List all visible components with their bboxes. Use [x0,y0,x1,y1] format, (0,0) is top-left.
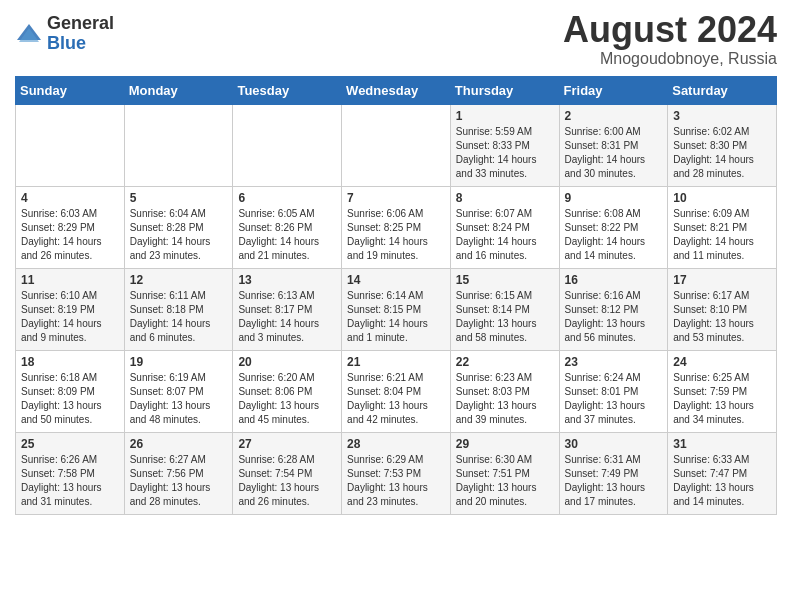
day-info: Sunrise: 6:26 AM Sunset: 7:58 PM Dayligh… [21,453,119,509]
day-info: Sunrise: 6:30 AM Sunset: 7:51 PM Dayligh… [456,453,554,509]
calendar-cell: 5Sunrise: 6:04 AM Sunset: 8:28 PM Daylig… [124,186,233,268]
day-number: 16 [565,273,663,287]
calendar-cell: 6Sunrise: 6:05 AM Sunset: 8:26 PM Daylig… [233,186,342,268]
day-number: 6 [238,191,336,205]
calendar-cell [124,104,233,186]
header-row: SundayMondayTuesdayWednesdayThursdayFrid… [16,76,777,104]
logo-general: General [47,14,114,34]
day-number: 8 [456,191,554,205]
day-number: 3 [673,109,771,123]
calendar-cell: 27Sunrise: 6:28 AM Sunset: 7:54 PM Dayli… [233,432,342,514]
week-row-2: 11Sunrise: 6:10 AM Sunset: 8:19 PM Dayli… [16,268,777,350]
day-number: 17 [673,273,771,287]
month-year-title: August 2024 [563,10,777,50]
header-day-wednesday: Wednesday [342,76,451,104]
day-number: 20 [238,355,336,369]
day-number: 31 [673,437,771,451]
day-number: 7 [347,191,445,205]
location-title: Mnogoudobnoye, Russia [563,50,777,68]
day-number: 12 [130,273,228,287]
header-day-tuesday: Tuesday [233,76,342,104]
day-info: Sunrise: 6:14 AM Sunset: 8:15 PM Dayligh… [347,289,445,345]
day-info: Sunrise: 6:20 AM Sunset: 8:06 PM Dayligh… [238,371,336,427]
day-info: Sunrise: 6:09 AM Sunset: 8:21 PM Dayligh… [673,207,771,263]
day-number: 10 [673,191,771,205]
day-info: Sunrise: 6:33 AM Sunset: 7:47 PM Dayligh… [673,453,771,509]
day-info: Sunrise: 5:59 AM Sunset: 8:33 PM Dayligh… [456,125,554,181]
day-info: Sunrise: 6:16 AM Sunset: 8:12 PM Dayligh… [565,289,663,345]
header-day-friday: Friday [559,76,668,104]
calendar-cell [16,104,125,186]
calendar-header: SundayMondayTuesdayWednesdayThursdayFrid… [16,76,777,104]
day-number: 30 [565,437,663,451]
calendar-cell: 29Sunrise: 6:30 AM Sunset: 7:51 PM Dayli… [450,432,559,514]
logo-text: General Blue [47,14,114,54]
day-number: 23 [565,355,663,369]
day-info: Sunrise: 6:00 AM Sunset: 8:31 PM Dayligh… [565,125,663,181]
day-number: 1 [456,109,554,123]
week-row-1: 4Sunrise: 6:03 AM Sunset: 8:29 PM Daylig… [16,186,777,268]
calendar-cell: 20Sunrise: 6:20 AM Sunset: 8:06 PM Dayli… [233,350,342,432]
title-block: August 2024 Mnogoudobnoye, Russia [563,10,777,68]
calendar-cell: 2Sunrise: 6:00 AM Sunset: 8:31 PM Daylig… [559,104,668,186]
calendar-cell: 17Sunrise: 6:17 AM Sunset: 8:10 PM Dayli… [668,268,777,350]
calendar-cell: 12Sunrise: 6:11 AM Sunset: 8:18 PM Dayli… [124,268,233,350]
calendar-cell: 3Sunrise: 6:02 AM Sunset: 8:30 PM Daylig… [668,104,777,186]
calendar-cell [342,104,451,186]
calendar-cell: 14Sunrise: 6:14 AM Sunset: 8:15 PM Dayli… [342,268,451,350]
calendar-cell: 16Sunrise: 6:16 AM Sunset: 8:12 PM Dayli… [559,268,668,350]
calendar-cell: 18Sunrise: 6:18 AM Sunset: 8:09 PM Dayli… [16,350,125,432]
calendar-cell: 19Sunrise: 6:19 AM Sunset: 8:07 PM Dayli… [124,350,233,432]
calendar-cell: 28Sunrise: 6:29 AM Sunset: 7:53 PM Dayli… [342,432,451,514]
day-info: Sunrise: 6:05 AM Sunset: 8:26 PM Dayligh… [238,207,336,263]
calendar-cell: 4Sunrise: 6:03 AM Sunset: 8:29 PM Daylig… [16,186,125,268]
week-row-4: 25Sunrise: 6:26 AM Sunset: 7:58 PM Dayli… [16,432,777,514]
header-day-saturday: Saturday [668,76,777,104]
day-info: Sunrise: 6:27 AM Sunset: 7:56 PM Dayligh… [130,453,228,509]
day-info: Sunrise: 6:10 AM Sunset: 8:19 PM Dayligh… [21,289,119,345]
header-day-monday: Monday [124,76,233,104]
calendar-cell: 1Sunrise: 5:59 AM Sunset: 8:33 PM Daylig… [450,104,559,186]
day-info: Sunrise: 6:13 AM Sunset: 8:17 PM Dayligh… [238,289,336,345]
day-number: 13 [238,273,336,287]
calendar-table: SundayMondayTuesdayWednesdayThursdayFrid… [15,76,777,515]
day-info: Sunrise: 6:28 AM Sunset: 7:54 PM Dayligh… [238,453,336,509]
day-info: Sunrise: 6:07 AM Sunset: 8:24 PM Dayligh… [456,207,554,263]
calendar-cell: 11Sunrise: 6:10 AM Sunset: 8:19 PM Dayli… [16,268,125,350]
day-info: Sunrise: 6:21 AM Sunset: 8:04 PM Dayligh… [347,371,445,427]
day-info: Sunrise: 6:31 AM Sunset: 7:49 PM Dayligh… [565,453,663,509]
calendar-body: 1Sunrise: 5:59 AM Sunset: 8:33 PM Daylig… [16,104,777,514]
day-info: Sunrise: 6:19 AM Sunset: 8:07 PM Dayligh… [130,371,228,427]
day-info: Sunrise: 6:17 AM Sunset: 8:10 PM Dayligh… [673,289,771,345]
day-number: 2 [565,109,663,123]
day-info: Sunrise: 6:03 AM Sunset: 8:29 PM Dayligh… [21,207,119,263]
day-number: 5 [130,191,228,205]
day-number: 15 [456,273,554,287]
calendar-cell: 9Sunrise: 6:08 AM Sunset: 8:22 PM Daylig… [559,186,668,268]
week-row-3: 18Sunrise: 6:18 AM Sunset: 8:09 PM Dayli… [16,350,777,432]
header-day-sunday: Sunday [16,76,125,104]
day-info: Sunrise: 6:25 AM Sunset: 7:59 PM Dayligh… [673,371,771,427]
day-number: 28 [347,437,445,451]
day-number: 27 [238,437,336,451]
day-number: 19 [130,355,228,369]
day-number: 22 [456,355,554,369]
day-info: Sunrise: 6:08 AM Sunset: 8:22 PM Dayligh… [565,207,663,263]
day-number: 29 [456,437,554,451]
day-number: 18 [21,355,119,369]
day-number: 25 [21,437,119,451]
day-number: 26 [130,437,228,451]
calendar-cell: 25Sunrise: 6:26 AM Sunset: 7:58 PM Dayli… [16,432,125,514]
logo-icon [15,20,43,48]
week-row-0: 1Sunrise: 5:59 AM Sunset: 8:33 PM Daylig… [16,104,777,186]
day-info: Sunrise: 6:04 AM Sunset: 8:28 PM Dayligh… [130,207,228,263]
day-info: Sunrise: 6:23 AM Sunset: 8:03 PM Dayligh… [456,371,554,427]
day-info: Sunrise: 6:29 AM Sunset: 7:53 PM Dayligh… [347,453,445,509]
day-info: Sunrise: 6:02 AM Sunset: 8:30 PM Dayligh… [673,125,771,181]
logo: General Blue [15,14,114,54]
calendar-cell: 24Sunrise: 6:25 AM Sunset: 7:59 PM Dayli… [668,350,777,432]
calendar-cell: 22Sunrise: 6:23 AM Sunset: 8:03 PM Dayli… [450,350,559,432]
header-day-thursday: Thursday [450,76,559,104]
day-info: Sunrise: 6:11 AM Sunset: 8:18 PM Dayligh… [130,289,228,345]
calendar-cell [233,104,342,186]
